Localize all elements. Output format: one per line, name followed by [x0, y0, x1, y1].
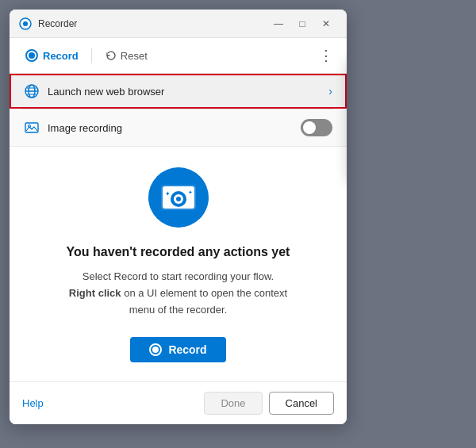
toolbar-separator	[91, 48, 92, 63]
recorder-illustration: ✦ ✦	[147, 166, 210, 229]
record-btn-dot-inner	[152, 347, 159, 353]
toggle-thumb	[303, 121, 316, 134]
more-options-button[interactable]: ⋮	[315, 44, 337, 67]
desc-bold: Right click	[69, 287, 121, 299]
image-recording-toggle[interactable]	[301, 119, 332, 136]
footer: Help Done Cancel	[10, 381, 347, 424]
main-title: You haven't recorded any actions yet	[67, 245, 290, 259]
record-btn-dot-icon	[149, 343, 162, 356]
options-area: Launch new web browser › Image recording	[10, 74, 347, 147]
image-recording-label: Image recording	[48, 122, 301, 134]
help-link[interactable]: Help	[22, 397, 44, 409]
desc-line2: on a UI element to open the context menu…	[121, 287, 288, 316]
desc-line1: Select Record to start recording your fl…	[83, 270, 274, 282]
close-button[interactable]: ✕	[315, 13, 337, 35]
record-dot-icon	[25, 49, 38, 62]
record-label: Record	[43, 50, 79, 62]
done-button: Done	[204, 392, 262, 415]
reset-icon	[105, 49, 117, 62]
cancel-button[interactable]: Cancel	[269, 392, 334, 415]
record-action-label: Record	[168, 343, 206, 356]
main-content: ✦ ✦ You haven't recorded any actions yet…	[10, 147, 347, 381]
maximize-button[interactable]: □	[291, 13, 313, 35]
reset-button[interactable]: Reset	[98, 46, 154, 65]
launch-browser-label: Launch new web browser	[48, 86, 328, 98]
record-dot-inner	[29, 52, 35, 59]
svg-rect-7	[25, 123, 38, 132]
reset-label: Reset	[121, 50, 148, 62]
toolbar: Record Reset ⋮	[10, 38, 347, 74]
globe-icon	[24, 83, 40, 99]
svg-text:✦: ✦	[188, 190, 193, 195]
launch-browser-option[interactable]: Launch new web browser ›	[10, 74, 347, 109]
title-bar: Recorder — □ ✕	[10, 10, 347, 38]
minimize-button[interactable]: —	[267, 13, 290, 35]
recorder-window: Recorder — □ ✕ Record Reset ⋮	[10, 10, 347, 424]
svg-point-16	[176, 197, 181, 201]
main-description: Select Record to start recording your fl…	[67, 269, 290, 318]
svg-text:✦: ✦	[165, 190, 171, 197]
record-button-toolbar[interactable]: Record	[19, 46, 85, 65]
window-controls: — □ ✕	[267, 13, 337, 35]
image-icon	[24, 120, 40, 136]
record-action-button[interactable]: Record	[130, 337, 225, 362]
window-title: Recorder	[38, 18, 267, 29]
image-recording-option[interactable]: Image recording	[10, 109, 347, 146]
chevron-right-icon: ›	[328, 85, 332, 98]
title-bar-icon	[19, 17, 32, 30]
svg-point-1	[23, 21, 28, 26]
